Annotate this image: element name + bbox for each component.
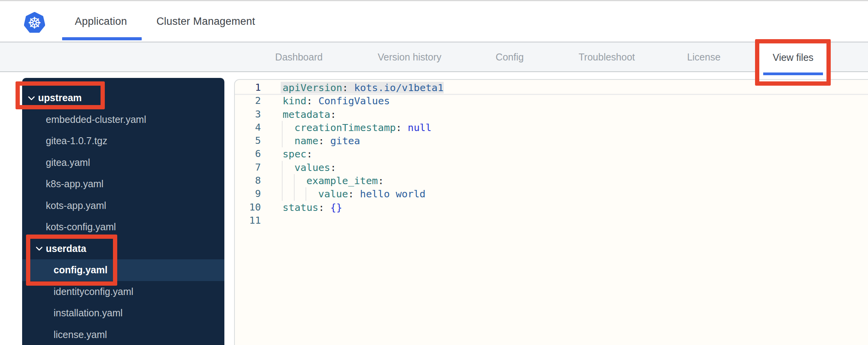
line-number: 3	[235, 108, 261, 121]
file-label: identityconfig.yaml	[54, 286, 134, 297]
file-kots-app.yaml[interactable]: kots-app.yaml	[22, 195, 224, 217]
tab-view-files[interactable]: View files	[759, 43, 827, 75]
view-files-underline	[763, 72, 823, 75]
file-license.yaml[interactable]: license.yaml	[22, 324, 224, 345]
view-files-label: View files	[759, 43, 827, 72]
file-label: kots-app.yaml	[46, 200, 106, 211]
file-tree: upstreamembedded-cluster.yamlgitea-1.0.7…	[22, 87, 224, 345]
line-number: 10	[235, 201, 261, 214]
chevron-down-icon	[28, 96, 35, 100]
code-line-2: 2kind: ConfigValues	[235, 94, 868, 107]
file-label: license.yaml	[54, 329, 107, 340]
active-tab-underline	[62, 37, 142, 40]
code-text: status: {}	[283, 201, 342, 214]
indent-guide	[282, 161, 283, 174]
file-identityconfig.yaml[interactable]: identityconfig.yaml	[22, 281, 224, 303]
tab-config[interactable]: Config	[496, 43, 524, 71]
code-line-9: 9value: hello world	[235, 187, 868, 200]
indent-guide	[294, 187, 295, 200]
file-label: gitea.yaml	[46, 157, 90, 168]
tab-dashboard[interactable]: Dashboard	[275, 43, 323, 71]
file-embedded-cluster.yaml[interactable]: embedded-cluster.yaml	[22, 109, 224, 131]
tab-license[interactable]: License	[687, 43, 720, 71]
code-text: metadata:	[283, 108, 336, 121]
file-label: config.yaml	[54, 264, 108, 276]
file-gitea-1.0.7.tgz[interactable]: gitea-1.0.7.tgz	[22, 130, 224, 152]
line-number: 9	[235, 187, 261, 200]
app-header: ☸ Application Cluster Management	[0, 1, 868, 43]
kubernetes-logo-icon: ☸	[24, 12, 45, 34]
line-number: 11	[235, 214, 261, 227]
code-text: example_item:	[306, 174, 384, 187]
indent-guide	[294, 174, 295, 187]
folder-label: userdata	[46, 243, 86, 254]
file-gitea.yaml[interactable]: gitea.yaml	[22, 152, 224, 174]
line-number: 7	[235, 161, 261, 174]
file-label: embedded-cluster.yaml	[46, 114, 146, 125]
file-k8s-app.yaml[interactable]: k8s-app.yaml	[22, 173, 224, 195]
line-number: 5	[235, 134, 261, 147]
file-kots-config.yaml[interactable]: kots-config.yaml	[22, 216, 224, 238]
line-number: 1	[235, 81, 261, 94]
file-installation.yaml[interactable]: installation.yaml	[22, 302, 224, 324]
code-text: apiVersion: kots.io/v1beta1	[283, 81, 444, 94]
indent-guide	[282, 134, 283, 147]
folder-userdata[interactable]: userdata	[22, 238, 224, 260]
app-subnav: DashboardVersion historyConfigTroublesho…	[0, 43, 868, 72]
chevron-down-icon	[36, 246, 43, 251]
indent-guide	[282, 187, 283, 200]
code-line-10: 10status: {}	[235, 201, 868, 214]
file-config.yaml[interactable]: config.yaml	[22, 259, 224, 281]
line-number: 8	[235, 174, 261, 187]
tab-application[interactable]: Application	[75, 1, 127, 41]
line-number: 4	[235, 121, 261, 134]
code-text: spec:	[283, 147, 312, 160]
indent-guide	[282, 174, 283, 187]
indent-guide	[306, 187, 306, 200]
kots-admin-console: { "colors": { "accent_blue": "#3a6ee8", …	[0, 0, 868, 345]
tab-version-history[interactable]: Version history	[378, 43, 441, 71]
file-label: kots-config.yaml	[46, 221, 116, 233]
indent-guide	[282, 121, 283, 134]
folder-upstream[interactable]: upstream	[22, 87, 224, 109]
file-label: installation.yaml	[54, 307, 123, 319]
code-text: kind: ConfigValues	[283, 94, 390, 107]
code-line-3: 3metadata:	[235, 108, 868, 121]
folder-label: upstream	[38, 92, 82, 104]
file-content-editor[interactable]: 1apiVersion: kots.io/v1beta12kind: Confi…	[234, 79, 868, 345]
code-text: value: hello world	[318, 187, 425, 200]
code-line-6: 6spec:	[235, 147, 868, 160]
file-label: k8s-app.yaml	[46, 178, 104, 190]
tab-troubleshoot[interactable]: Troubleshoot	[579, 43, 635, 71]
code-text: values:	[295, 161, 336, 174]
code-text: name: gitea	[295, 134, 360, 147]
file-label: gitea-1.0.7.tgz	[46, 135, 107, 147]
code-line-5: 5name: gitea	[235, 134, 868, 147]
code-text: creationTimestamp: null	[295, 121, 432, 134]
line-number: 2	[235, 94, 261, 107]
selected-text: apiVersion: kots.io/v1beta1	[283, 82, 444, 93]
code-line-11: 11	[235, 214, 868, 227]
code-line-8: 8example_item:	[235, 174, 868, 187]
code-area: 1apiVersion: kots.io/v1beta12kind: Confi…	[235, 81, 868, 227]
helm-wheel-glyph: ☸	[24, 12, 45, 34]
line-number: 6	[235, 147, 261, 160]
code-line-1: 1apiVersion: kots.io/v1beta1	[235, 81, 868, 94]
tab-cluster-management[interactable]: Cluster Management	[156, 1, 255, 41]
code-line-7: 7values:	[235, 161, 868, 174]
code-line-4: 4creationTimestamp: null	[235, 121, 868, 134]
file-tree-sidebar: upstreamembedded-cluster.yamlgitea-1.0.7…	[22, 78, 224, 345]
